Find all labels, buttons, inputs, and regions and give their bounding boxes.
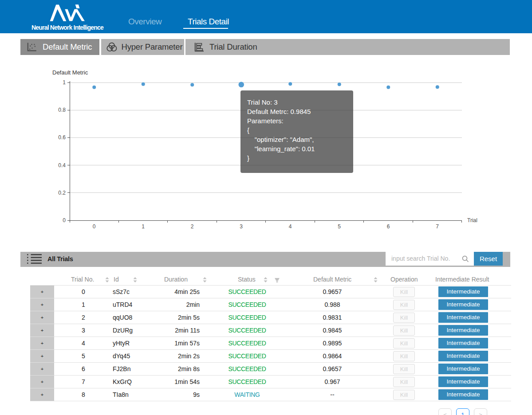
svg-text:4: 4 [289, 223, 292, 230]
svg-text:0.2: 0.2 [58, 190, 66, 196]
svg-text:0: 0 [93, 223, 96, 230]
svg-text:Default Metric: Default Metric [52, 69, 88, 76]
svg-text:5: 5 [338, 223, 341, 230]
svg-text:0.4: 0.4 [58, 162, 66, 168]
svg-text:1: 1 [142, 223, 145, 230]
svg-text:3: 3 [240, 223, 243, 230]
svg-text:1: 1 [63, 79, 66, 86]
svg-text:0.8: 0.8 [58, 107, 66, 113]
svg-text:0: 0 [63, 217, 66, 223]
svg-text:6: 6 [387, 223, 390, 230]
svg-text:2: 2 [191, 223, 194, 230]
svg-text:0.6: 0.6 [58, 134, 66, 141]
svg-text:7: 7 [436, 223, 439, 230]
svg-text:Trial: Trial [467, 217, 477, 223]
